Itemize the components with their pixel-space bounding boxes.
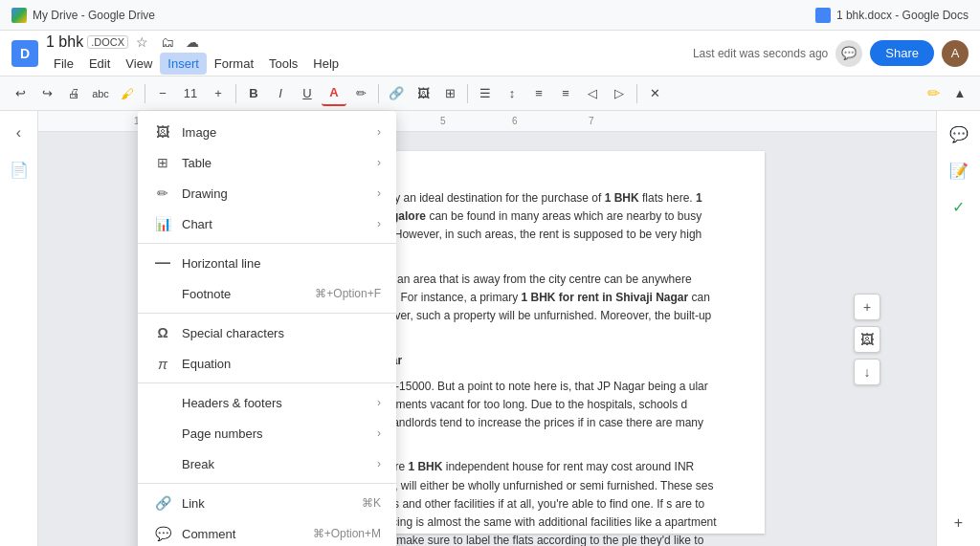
- float-add-button[interactable]: +: [854, 294, 880, 320]
- link-menu-shortcut: ⌘K: [362, 496, 381, 510]
- italic-button[interactable]: I: [268, 81, 293, 106]
- menu-file[interactable]: File: [46, 53, 81, 75]
- insert-table-button[interactable]: ⊞: [437, 81, 462, 106]
- right-panel-btn-1[interactable]: 💬: [944, 119, 974, 149]
- indent-more-button[interactable]: ▷: [607, 81, 632, 106]
- highlight-button[interactable]: ✏: [348, 81, 373, 106]
- float-arrow-button[interactable]: ↓: [854, 359, 880, 385]
- menu-sep-2: [138, 313, 396, 314]
- avatar[interactable]: A: [942, 40, 969, 67]
- docs-title: 1 bhk.docx - Google Docs: [836, 9, 969, 22]
- chart-menu-label: Chart: [182, 217, 212, 231]
- indent-less-button[interactable]: ◁: [580, 81, 605, 106]
- chat-icon[interactable]: 💬: [835, 40, 862, 67]
- font-size-increase-button[interactable]: +: [206, 81, 231, 106]
- cloud-icon[interactable]: ☁: [182, 32, 203, 53]
- image-menu-arrow: ›: [377, 125, 381, 139]
- image-menu-icon: 🖼: [153, 122, 172, 142]
- top-bar: My Drive - Google Drive 1 bhk.docx - Goo…: [0, 0, 980, 31]
- comment-menu-label: Comment: [182, 527, 235, 541]
- right-panel-btn-3[interactable]: ✓: [944, 191, 974, 222]
- font-size-display: 11: [177, 81, 204, 106]
- toolbar-separator-3: [378, 84, 379, 103]
- menu-edit[interactable]: Edit: [81, 53, 118, 75]
- horizontal-line-menu-label: Horizontal line: [182, 256, 260, 271]
- menu-help[interactable]: Help: [305, 53, 346, 75]
- menu-item-comment[interactable]: 💬 Comment ⌘+Option+M: [138, 518, 396, 546]
- special-characters-menu-icon: Ω: [153, 323, 172, 342]
- font-size-decrease-button[interactable]: −: [150, 81, 175, 106]
- star-icon[interactable]: ☆: [132, 32, 153, 53]
- drive-title: My Drive - Google Drive: [33, 9, 155, 22]
- link-button[interactable]: 🔗: [384, 81, 409, 106]
- menu-format[interactable]: Format: [207, 53, 261, 75]
- bold-button[interactable]: B: [241, 81, 266, 106]
- table-menu-label: Table: [182, 156, 212, 170]
- toolbar: ↩ ↪ 🖨 abc 🖌 − 11 + B I U A ✏ 🔗 🖼 ⊞ ☰ ↕ ≡…: [0, 76, 980, 111]
- menu-item-horizontal-line[interactable]: — Horizontal line: [138, 248, 396, 278]
- toolbar-separator-1: [145, 84, 145, 103]
- link-menu-label: Link: [182, 496, 205, 511]
- align-button[interactable]: ☰: [473, 81, 498, 106]
- menu-item-page-numbers[interactable]: Page numbers ›: [138, 418, 396, 448]
- menu-item-chart[interactable]: 📊 Chart ›: [138, 208, 396, 239]
- menu-item-drawing[interactable]: ✏ Drawing ›: [138, 178, 396, 208]
- suggest-edits-button[interactable]: ✏: [921, 81, 946, 106]
- clear-formatting-button[interactable]: ✕: [642, 81, 667, 106]
- share-button[interactable]: Share: [870, 40, 934, 66]
- spellcheck-button[interactable]: abc: [88, 81, 113, 106]
- menu-item-equation[interactable]: π Equation: [138, 348, 396, 379]
- menu-view[interactable]: View: [118, 53, 160, 75]
- menu-item-headers-footers[interactable]: Headers & footers ›: [138, 387, 396, 418]
- menu-item-image[interactable]: 🖼 Image ›: [138, 117, 396, 147]
- print-button[interactable]: 🖨: [61, 81, 86, 106]
- equation-menu-label: Equation: [182, 357, 231, 371]
- table-menu-icon: ⊞: [153, 153, 172, 172]
- right-panel-btn-2[interactable]: 📝: [944, 155, 974, 186]
- sidebar-back-button[interactable]: ‹: [5, 119, 33, 147]
- headers-footers-menu-label: Headers & footers: [182, 396, 282, 410]
- redo-button[interactable]: ↪: [34, 81, 59, 106]
- drawing-menu-arrow: ›: [377, 186, 381, 200]
- menu-item-special-characters[interactable]: Ω Special characters: [138, 317, 396, 348]
- menu-item-break[interactable]: Break ›: [138, 448, 396, 479]
- app-header: D 1 bhk .DOCX ☆ 🗂 ☁ File Edit View Inser…: [0, 31, 980, 76]
- sidebar-doc-icon[interactable]: 📄: [5, 155, 33, 184]
- menu-sep-3: [138, 382, 396, 383]
- footnote-menu-shortcut: ⌘+Option+F: [315, 287, 381, 300]
- headers-footers-menu-icon: [153, 393, 172, 412]
- menu-sep-4: [138, 483, 396, 484]
- menu-insert[interactable]: Insert: [160, 53, 207, 75]
- table-menu-arrow: ›: [377, 156, 381, 169]
- menu-item-footnote[interactable]: Footnote ⌘+Option+F: [138, 278, 396, 309]
- break-menu-icon: [153, 454, 172, 473]
- right-panel-add-button[interactable]: +: [944, 508, 974, 538]
- toolbar-separator-4: [467, 84, 468, 103]
- underline-button[interactable]: U: [295, 81, 320, 106]
- folder-icon[interactable]: 🗂: [157, 32, 178, 53]
- menu-item-table[interactable]: ⊞ Table ›: [138, 147, 396, 178]
- insert-image-button[interactable]: 🖼: [411, 81, 435, 106]
- float-image-button[interactable]: 🖼: [854, 326, 880, 353]
- break-menu-arrow: ›: [377, 457, 381, 470]
- paint-format-button[interactable]: 🖌: [115, 81, 140, 106]
- line-spacing-button[interactable]: ↕: [500, 81, 524, 106]
- comment-menu-icon: 💬: [153, 524, 172, 543]
- text-color-button[interactable]: A: [322, 81, 346, 106]
- list-button[interactable]: ≡: [526, 81, 551, 106]
- numbered-list-button[interactable]: ≡: [553, 81, 578, 106]
- page-numbers-menu-icon: [153, 424, 172, 443]
- undo-button[interactable]: ↩: [8, 81, 33, 106]
- collapse-toolbar-button[interactable]: ▲: [947, 81, 972, 106]
- doc-title[interactable]: 1 bhk: [46, 33, 83, 51]
- special-characters-menu-label: Special characters: [182, 326, 284, 340]
- drawing-menu-label: Drawing: [182, 186, 228, 201]
- menu-item-link[interactable]: 🔗 Link ⌘K: [138, 488, 396, 518]
- menu-tools[interactable]: Tools: [261, 53, 305, 75]
- app-logo: D: [11, 40, 38, 67]
- footnote-menu-icon: [153, 284, 172, 303]
- doc-badge: .DOCX: [87, 35, 128, 49]
- drawing-menu-icon: ✏: [153, 184, 172, 203]
- comment-menu-shortcut: ⌘+Option+M: [313, 527, 381, 540]
- break-menu-label: Break: [182, 457, 214, 471]
